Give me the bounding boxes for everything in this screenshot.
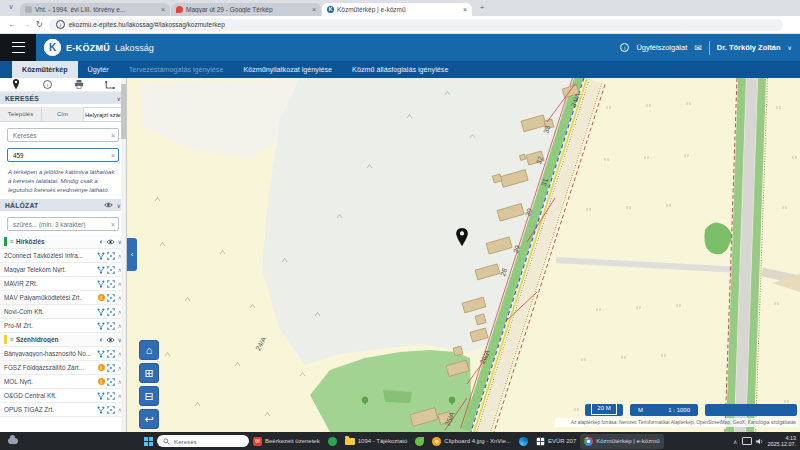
browser-tab-active[interactable]: K Közműtérkép | e-közmű × <box>322 3 472 16</box>
undo-button[interactable]: ↩ <box>139 409 159 429</box>
map-pin-tab-icon[interactable] <box>0 79 32 90</box>
network-item-row[interactable]: OPUS TIGÁZ Zrt. ∧ <box>0 403 126 417</box>
drag-handle-icon[interactable]: ≡ <box>10 336 14 343</box>
nav-kozmunyilatkozat[interactable]: Közműnyilatkozat igénylése <box>233 61 342 78</box>
home-button[interactable]: ⌂ <box>139 340 159 360</box>
screen-tray-icon[interactable] <box>742 437 752 445</box>
tab-search-icon[interactable]: ∨ <box>4 3 18 15</box>
fit-extent-icon[interactable] <box>107 252 115 260</box>
nav-tervezestamogatas[interactable]: Tervezéstámogatás igénylése <box>119 61 234 78</box>
menu-button[interactable] <box>0 34 36 61</box>
green-app[interactable] <box>324 434 341 449</box>
eye-icon[interactable] <box>106 239 115 245</box>
network-section-header[interactable]: HÁLÓZAT ∨ <box>0 199 126 211</box>
warning-icon[interactable]: ! <box>98 294 105 301</box>
sidebar-scrollbar[interactable] <box>121 78 126 432</box>
settlement-input[interactable] <box>11 131 111 140</box>
support-link[interactable]: Ügyfélszolgálat <box>636 43 687 52</box>
tab-telepules[interactable]: Település <box>0 107 42 121</box>
clear-icon[interactable]: × <box>111 132 115 139</box>
map-canvas[interactable]: 34/A 33 32 31 30 29 28 26/A 24/A 25/A <box>127 78 800 432</box>
fit-extent-icon[interactable] <box>107 308 115 316</box>
info-tab-icon[interactable]: i <box>32 80 64 89</box>
print-tab-icon[interactable] <box>63 80 95 89</box>
scrollbar-thumb[interactable] <box>121 84 126 139</box>
taskbar-clock[interactable]: 4:13 2025.12.07. <box>768 435 796 447</box>
speaker-icon[interactable] <box>756 438 764 445</box>
fit-extent-icon[interactable] <box>107 392 115 400</box>
tab-cim[interactable]: Cím <box>42 107 84 121</box>
network-links-icon[interactable] <box>97 308 105 316</box>
nav-allasfoglalas[interactable]: Közmű állásfoglalás igénylése <box>342 61 458 78</box>
network-item-row[interactable]: 2Connect Távközlési Infra... ∧ <box>0 249 126 263</box>
drag-handle-icon[interactable]: ≡ <box>10 238 14 245</box>
tab-close-icon[interactable]: × <box>161 6 165 13</box>
network-links-icon[interactable] <box>97 280 105 288</box>
nav-kozmuterkep[interactable]: Közműtérkép <box>12 61 78 78</box>
fit-extent-icon[interactable] <box>107 294 115 302</box>
clear-icon[interactable]: × <box>111 221 115 228</box>
network-links-icon[interactable] <box>97 252 105 260</box>
network-filter-input[interactable] <box>11 220 111 229</box>
weather-widget[interactable] <box>4 434 22 449</box>
mail-icon[interactable]: ✉ <box>694 43 702 53</box>
chevron-down-icon[interactable]: ∨ <box>788 44 792 51</box>
new-tab-button[interactable]: + <box>476 3 488 15</box>
reload-icon[interactable]: ↻ <box>36 20 43 29</box>
network-item-row[interactable]: Bányavagyon-hasznosító No... ∧ <box>0 347 126 361</box>
fit-extent-icon[interactable] <box>107 350 115 358</box>
browser-tab[interactable]: Magyar út 29 - Google Térkép × <box>171 3 321 16</box>
mail-app[interactable]: ✉ Beérkezett üzenetek <box>249 434 324 449</box>
warning-icon[interactable]: ! <box>98 364 105 371</box>
warning-icon[interactable]: ! <box>98 378 105 385</box>
start-button[interactable] <box>140 434 157 449</box>
network-links-icon[interactable] <box>97 266 105 274</box>
edge-app[interactable] <box>515 434 532 449</box>
tray-chevron-icon[interactable]: ∧ <box>733 438 737 445</box>
tab-close-icon[interactable]: × <box>312 6 316 13</box>
tab-close-icon[interactable]: × <box>463 6 467 13</box>
network-item-row[interactable]: MÁV Pályaműködtetési Zrt. ! ∧ <box>0 291 126 305</box>
network-item-row[interactable]: Novi-Com Kft. ∧ <box>0 305 126 319</box>
clear-icon[interactable]: × <box>111 152 115 159</box>
network-item-row[interactable]: MOL Nyrt. ! ∧ <box>0 375 126 389</box>
forward-icon[interactable]: → <box>22 20 30 29</box>
network-links-icon[interactable] <box>97 322 105 330</box>
panel-collapse-button[interactable]: ‹ <box>127 238 137 271</box>
network-item-row[interactable]: O&GD Central Kft. ∧ <box>0 389 126 403</box>
fit-extent-icon[interactable] <box>107 378 115 386</box>
nav-ugyter[interactable]: Ügytér <box>78 61 119 78</box>
network-group-row[interactable]: ≡ Szénhidrogén ◐ ∨ <box>0 333 126 347</box>
user-menu[interactable]: Dr. Törköly Zoltán <box>717 43 781 52</box>
fit-extent-icon[interactable] <box>107 406 115 414</box>
network-group-row[interactable]: ≡ Hírközlés ◐ ∨ <box>0 235 126 249</box>
eye-icon[interactable] <box>104 202 113 208</box>
network-links-icon[interactable] <box>97 392 105 400</box>
network-item-row[interactable]: MAVIR ZRt. ∧ <box>0 277 126 291</box>
back-icon[interactable]: ← <box>8 20 16 29</box>
network-item-row[interactable]: Pro-M Zrt. ∧ <box>0 319 126 333</box>
xnview-window[interactable]: Clipboard 4.jpg - XnVie... <box>428 434 515 449</box>
network-item-row[interactable]: Magyar Telekom Nyrt. ∧ <box>0 263 126 277</box>
fit-extent-icon[interactable] <box>107 266 115 274</box>
contrast-icon[interactable]: ◐ <box>99 336 103 343</box>
browser-tab[interactable]: Vht. - 1994. évi LIII. törvény e... × <box>20 3 170 16</box>
network-item-row[interactable]: FGSZ Földgázszállító Zárt... ! ∧ <box>0 361 126 375</box>
fit-extent-icon[interactable] <box>107 322 115 330</box>
fit-extent-icon[interactable] <box>107 364 115 372</box>
network-links-icon[interactable] <box>97 350 105 358</box>
evur-window[interactable]: EVÜR 207 <box>532 434 580 449</box>
tab-helyrajzi-szam[interactable]: Helyrajzi szám <box>84 107 126 121</box>
contrast-icon[interactable]: ◐ <box>99 238 103 245</box>
chrome-window-active[interactable]: Közműtérkép | e-közmű <box>580 434 663 449</box>
search-section-header[interactable]: KERESÉS ∨ <box>0 92 126 104</box>
parcel-number-input[interactable] <box>11 151 111 160</box>
leaf-app[interactable] <box>411 434 428 449</box>
fit-extent-icon[interactable] <box>107 280 115 288</box>
taskbar-search[interactable]: Keresés <box>157 435 249 447</box>
page-info-icon[interactable]: i <box>56 20 65 29</box>
folder-window[interactable]: 1094 - Tájékoztató <box>341 434 412 449</box>
zoom-in-button[interactable]: ⊞ <box>139 363 159 383</box>
map-area[interactable]: 34/A 33 32 31 30 29 28 26/A 24/A 25/A ‹ … <box>127 78 800 432</box>
url-bar[interactable]: i ekozmu.e-epites.hu/lakossag/#/lakossag… <box>49 19 783 31</box>
